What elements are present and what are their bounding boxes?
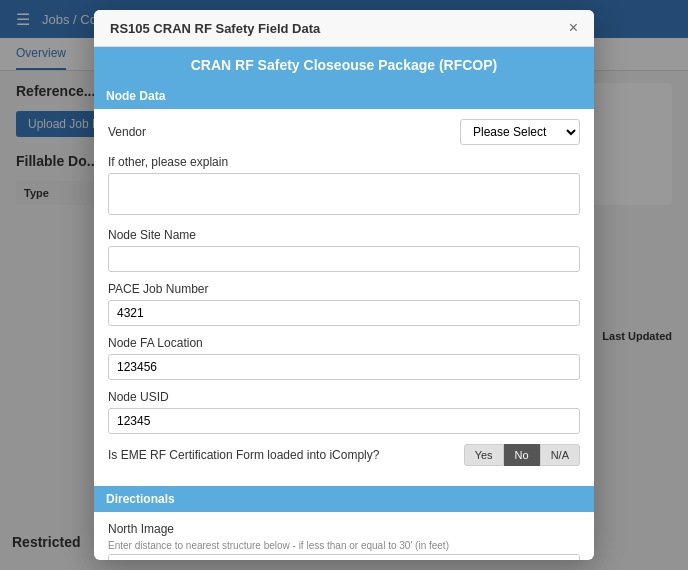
node-fa-location-group: Node FA Location	[108, 336, 580, 380]
eme-rf-toggle-group: Yes No N/A	[464, 444, 580, 466]
pace-job-number-input[interactable]	[108, 300, 580, 326]
other-explain-textarea[interactable]	[108, 173, 580, 215]
north-image-input[interactable]	[108, 554, 580, 560]
modal-close-button[interactable]: ×	[569, 20, 578, 36]
eme-rf-row: Is EME RF Certification Form loaded into…	[108, 444, 580, 466]
node-site-name-group: Node Site Name	[108, 228, 580, 272]
pace-job-number-label: PACE Job Number	[108, 282, 580, 296]
modal-body: Node Data Vendor Please SelectVendor AVe…	[94, 83, 594, 560]
node-site-name-input[interactable]	[108, 246, 580, 272]
vendor-select[interactable]: Please SelectVendor AVendor BVendor C	[460, 119, 580, 145]
north-image-label: North Image	[108, 522, 580, 536]
section-directionals-header: Directionals	[94, 486, 594, 512]
directionals-content: North Image Enter distance to nearest st…	[94, 512, 594, 560]
pace-job-number-group: PACE Job Number	[108, 282, 580, 326]
modal-dialog: RS105 CRAN RF Safety Field Data × CRAN R…	[94, 10, 594, 560]
eme-rf-na-button[interactable]: N/A	[540, 444, 580, 466]
eme-rf-label: Is EME RF Certification Form loaded into…	[108, 448, 456, 462]
modal-overlay: RS105 CRAN RF Safety Field Data × CRAN R…	[0, 0, 688, 570]
node-usid-group: Node USID	[108, 390, 580, 434]
north-image-group: North Image Enter distance to nearest st…	[108, 522, 580, 560]
node-usid-input[interactable]	[108, 408, 580, 434]
modal-title: RS105 CRAN RF Safety Field Data	[110, 21, 320, 36]
section-node-data-header: Node Data	[94, 83, 594, 109]
north-image-hint: Enter distance to nearest structure belo…	[108, 540, 580, 551]
modal-titlebar: RS105 CRAN RF Safety Field Data ×	[94, 10, 594, 47]
node-usid-label: Node USID	[108, 390, 580, 404]
modal-header-banner: CRAN RF Safety Closeouse Package (RFCOP)	[94, 47, 594, 83]
eme-rf-no-button[interactable]: No	[504, 444, 540, 466]
vendor-row: Vendor Please SelectVendor AVendor BVend…	[108, 119, 580, 145]
node-data-content: Vendor Please SelectVendor AVendor BVend…	[94, 109, 594, 486]
node-fa-location-label: Node FA Location	[108, 336, 580, 350]
other-explain-group: If other, please explain	[108, 155, 580, 218]
vendor-label: Vendor	[108, 125, 146, 139]
node-site-name-label: Node Site Name	[108, 228, 580, 242]
node-fa-location-input[interactable]	[108, 354, 580, 380]
other-explain-label: If other, please explain	[108, 155, 580, 169]
eme-rf-yes-button[interactable]: Yes	[464, 444, 504, 466]
